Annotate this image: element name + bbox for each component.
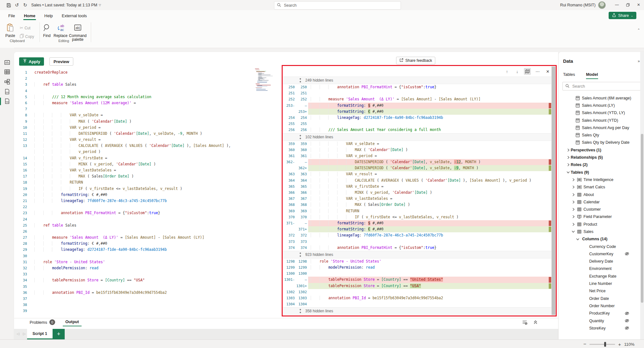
editor-line[interactable]: 21 lineageTag: 7fd60f7e-287e-46c3-a745-2… <box>14 198 279 204</box>
next-change-icon[interactable]: ↓ <box>514 68 521 75</box>
menu-external-tools[interactable]: External tools <box>57 10 91 21</box>
tree-column-item[interactable]: CustomerKey <box>559 250 640 257</box>
tree-table-item[interactable]: Smart Calcs <box>559 184 640 191</box>
tree-table-item[interactable]: Product <box>559 221 640 228</box>
tree-group[interactable]: Relationships (5) <box>559 154 640 161</box>
diff-line[interactable]: 256256 /// Sales Amount Last Year consid… <box>283 127 551 133</box>
editor-line[interactable]: 15 MINX ( v_period, 'Calendar'[Date] ) <box>14 161 279 167</box>
editor-line[interactable]: 29 lineageTag: d2724187-f1de-4a90-84bc-f… <box>14 247 279 253</box>
tree-column-item[interactable]: Quantity <box>559 317 640 324</box>
editor-line[interactable]: 34 tablePermission Store = [Country] == … <box>14 277 279 283</box>
tree-column-item[interactable]: Order Number <box>559 302 640 309</box>
chevron-right-icon[interactable] <box>572 208 575 211</box>
editor-line[interactable]: 28 formatString: € #,##0 <box>14 241 279 247</box>
editor-line[interactable]: 24 <box>14 216 279 222</box>
editor-line[interactable]: 7 <box>14 106 279 112</box>
editor-line[interactable]: 22 <box>14 204 279 210</box>
tree-column-item[interactable]: Delivery Date <box>559 258 640 265</box>
tmdl-code-editor[interactable]: 1createOrReplace23 ref table Sales45 ///… <box>14 69 279 314</box>
collapse-ribbon-icon[interactable]: ⌃ <box>637 28 640 32</box>
tab-model[interactable]: Model <box>586 72 598 77</box>
measure-item[interactable]: Sales Amount (YTD) <box>559 117 640 124</box>
diff-line[interactable]: 250250 annotation PBI_FormatHint = {"isC… <box>283 84 551 90</box>
scroll-tabs-left-icon[interactable]: ◁ <box>17 332 19 336</box>
script-tab[interactable]: Script 1 <box>27 329 53 339</box>
diff-line[interactable]: 252252 measure 'Sales Amount (Δ LY)' = [… <box>283 96 551 102</box>
table-view-icon[interactable] <box>3 68 11 76</box>
editor-line[interactable]: 23 annotation PBI_FormatHint = {"isCusto… <box>14 210 279 216</box>
zoom-out-icon[interactable]: − <box>583 341 586 347</box>
chevron-down-icon[interactable] <box>576 237 579 241</box>
diff-added-line[interactable]: 253+ formatString: € #,##0 <box>283 109 551 115</box>
menu-file[interactable]: File <box>4 10 19 21</box>
dax-query-view-icon[interactable]: DAX <box>3 88 11 96</box>
data-pane-scrollbar[interactable] <box>640 52 644 339</box>
scroll-tabs-right-icon[interactable]: ▷ <box>23 332 25 336</box>
tree-column-item[interactable]: Net Price <box>559 287 640 295</box>
editor-line[interactable]: 4 <box>14 88 279 94</box>
editor-line[interactable]: 2 <box>14 76 279 82</box>
diff-line[interactable]: 373373 <box>283 239 551 245</box>
menu-help[interactable]: Help <box>40 10 57 21</box>
diff-deleted-line[interactable]: 362-– DATESINPERIOD ( 'Calendar'[Date], … <box>283 159 551 165</box>
editor-line[interactable]: 20 formatString: € #,##0 <box>14 192 279 198</box>
zoom-slider-thumb[interactable] <box>604 342 606 347</box>
tree-table-item[interactable]: Sales <box>559 228 640 235</box>
chevron-right-icon[interactable] <box>567 149 570 152</box>
paste-button[interactable]: Paste <box>3 24 17 38</box>
diff-line[interactable]: 359359 VAR v_selDate = <box>283 141 551 147</box>
find-button[interactable]: Find <box>40 24 54 38</box>
editor-line[interactable]: 17 MAX ( Sales[Order Date] ) <box>14 173 279 179</box>
tree-table-item[interactable]: Field Parameter <box>559 213 640 221</box>
diff-line[interactable]: 372372 lineageTag: 7fd60f7e-287e-46c3-a7… <box>283 232 551 238</box>
measure-item[interactable]: Sales Amount (LY) <box>559 102 640 109</box>
editor-line[interactable]: 1createOrReplace <box>14 69 279 76</box>
tree-group[interactable]: Perspectives (1) <box>559 146 640 154</box>
diff-line[interactable]: 360360 MAX ( 'Calendar'[Date] ) <box>283 147 551 153</box>
minimize-button[interactable]: — <box>611 0 622 10</box>
diff-line[interactable]: 369369 RETURN <box>283 208 551 214</box>
diff-line[interactable]: 12991299 modelPermission: read <box>283 265 551 271</box>
tree-column-item[interactable]: StoreKey <box>559 324 640 332</box>
undo-icon[interactable]: ↺ <box>13 2 21 9</box>
chevron-right-icon[interactable] <box>567 156 570 159</box>
tmdl-view-icon[interactable]: TMDL <box>3 98 11 105</box>
tree-table-item[interactable]: Calendar <box>559 198 640 206</box>
chevron-right-icon[interactable] <box>572 178 575 181</box>
previous-change-icon[interactable]: ↑ <box>503 68 510 75</box>
measure-item[interactable]: Sales Qty by Delivery Date <box>559 139 640 146</box>
diff-line[interactable]: 363363 VAR v_result = <box>283 171 551 177</box>
diff-deleted-line[interactable]: 253-– formatString: $ #,##0 <box>283 103 551 109</box>
tree-column-item[interactable]: Exchange Rate <box>559 272 640 280</box>
share-button[interactable]: Share ⌄ <box>609 12 636 19</box>
tree-column-item[interactable]: Environment <box>559 265 640 272</box>
tab-problems[interactable]: Problems 0 <box>30 319 55 325</box>
editor-line[interactable]: 39 <box>14 308 279 314</box>
zoom-in-icon[interactable]: + <box>618 342 621 347</box>
close-button[interactable]: ✕ <box>633 0 644 10</box>
search-input[interactable] <box>283 3 398 8</box>
title-dropdown-icon[interactable]: ▽ <box>99 4 101 7</box>
tree-column-item[interactable]: Order Date <box>559 295 640 302</box>
diff-line[interactable]: 365365 VAR v_firstDate = <box>283 184 551 190</box>
minimap[interactable] <box>255 69 275 95</box>
editor-line[interactable]: 38 <box>14 302 279 308</box>
diff-line[interactable]: 12981298 role 'Store - United States' <box>283 258 551 265</box>
measure-item[interactable]: Sales Amount (6M average) <box>559 94 640 102</box>
measure-item[interactable]: Sales Amount (YTD, LY) <box>559 109 640 117</box>
editor-line[interactable]: 36 annotation PBI_Id = be15f15fb63049e7a… <box>14 290 279 296</box>
editor-line[interactable]: 3 ref table Sales <box>14 82 279 88</box>
replace-button[interactable]: abac Replace <box>54 24 68 38</box>
tree-table-item[interactable]: About <box>559 191 640 198</box>
diff-line[interactable]: 370370 IF ( v_firstDate <= v_lastDateSal… <box>283 214 551 220</box>
data-search-input[interactable] <box>572 84 640 89</box>
apply-button[interactable]: Apply <box>19 57 44 66</box>
more-options-icon[interactable]: ⋯ <box>534 68 541 75</box>
chevron-right-icon[interactable] <box>572 200 575 204</box>
editor-line[interactable]: 30 <box>14 253 279 259</box>
editor-line[interactable]: v_period ) <box>14 149 279 155</box>
chevron-right-icon[interactable] <box>572 185 575 189</box>
save-icon[interactable] <box>4 2 13 9</box>
diff-deleted-line[interactable]: 1301-– tablePermission Store = [Country]… <box>283 277 551 283</box>
diff-line[interactable]: 13041304 <box>283 301 551 307</box>
